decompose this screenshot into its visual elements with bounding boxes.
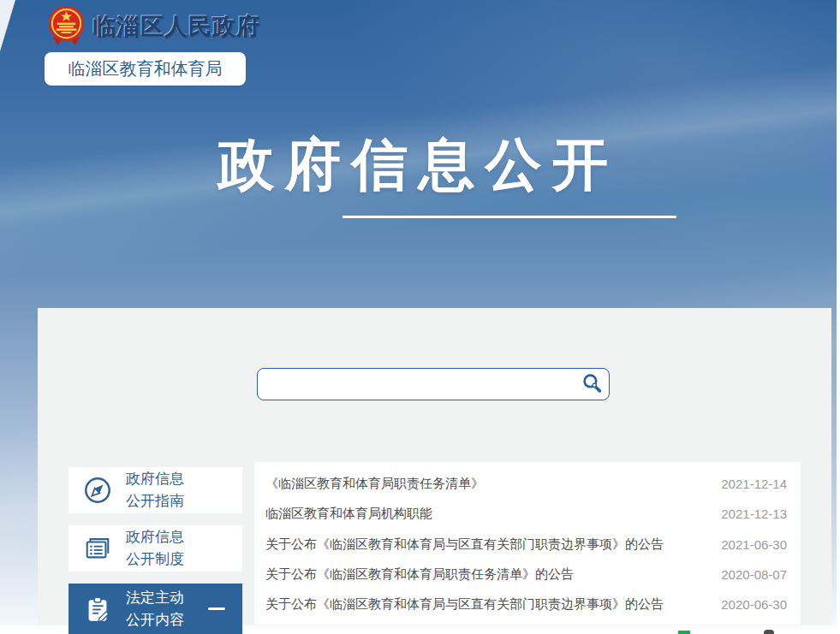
- article-date: 2021-06-30: [721, 537, 787, 552]
- page-title: 政府信息公开: [0, 127, 837, 204]
- search-button[interactable]: [575, 369, 609, 400]
- cutoff-dark-icon: [764, 630, 774, 634]
- title-underline: [343, 216, 676, 218]
- article-date: 2020-06-30: [721, 597, 787, 612]
- article-date: 2021-12-14: [721, 477, 787, 491]
- search-magnifier-icon: [581, 372, 603, 396]
- article-title: 关于公布《临淄区教育和体育局职责任务清单》的公告: [265, 566, 574, 583]
- list-item[interactable]: 关于公布《临淄区教育和体育局职责任务清单》的公告 2020-08-07: [254, 560, 801, 590]
- article-date: 2020-08-07: [721, 567, 787, 582]
- sidebar-item-statutory-disclosure[interactable]: 法定主动 公开内容: [69, 584, 242, 634]
- article-list: 《临淄区教育和体育局职责任务清单》 2021-12-14 临淄区教育和体育局机构…: [254, 462, 801, 625]
- sidebar-item-label: 政府信息 公开指南: [126, 468, 184, 513]
- department-tab[interactable]: 临淄区教育和体育局: [45, 52, 246, 86]
- sidebar-item-label: 法定主动 公开内容: [126, 587, 184, 631]
- national-emblem-icon: [46, 5, 86, 47]
- compass-icon: [82, 475, 113, 506]
- clipboard-pencil-icon: [82, 594, 113, 625]
- sidebar-item-label: 政府信息 公开制度: [126, 526, 184, 571]
- article-title: 临淄区教育和体育局机构职能: [265, 506, 432, 522]
- sidebar-item-guide[interactable]: 政府信息 公开指南: [69, 467, 242, 513]
- search-box: [257, 368, 610, 400]
- list-item[interactable]: 关于公布《临淄区教育和体育局与区直有关部门职责边界事项》的公告 2020-06-…: [254, 590, 801, 619]
- article-title: 关于公布《临淄区教育和体育局与区直有关部门职责边界事项》的公告: [265, 596, 664, 613]
- cutoff-green-icon: [678, 631, 690, 634]
- sidebar-item-system[interactable]: 政府信息 公开制度: [69, 525, 242, 572]
- list-item[interactable]: 关于公布《临淄区教育和体育局与区直有关部门职责边界事项》的公告 2021-06-…: [254, 529, 801, 559]
- article-date: 2021-12-13: [721, 507, 787, 521]
- collapse-minus-icon[interactable]: [208, 607, 225, 610]
- site-title: 临淄区人民政府: [92, 11, 260, 42]
- list-item[interactable]: 《临淄区教育和体育局职责任务清单》 2021-12-14: [254, 469, 801, 499]
- search-input[interactable]: [258, 369, 575, 400]
- right-edge-strip: [837, 0, 840, 634]
- corner-highlight: [0, 0, 15, 51]
- article-title: 关于公布《临淄区教育和体育局与区直有关部门职责边界事项》的公告: [265, 536, 664, 553]
- list-item[interactable]: 临淄区教育和体育局机构职能 2021-12-13: [254, 499, 801, 529]
- ledger-icon: [82, 533, 113, 564]
- article-title: 《临淄区教育和体育局职责任务清单》: [265, 476, 484, 492]
